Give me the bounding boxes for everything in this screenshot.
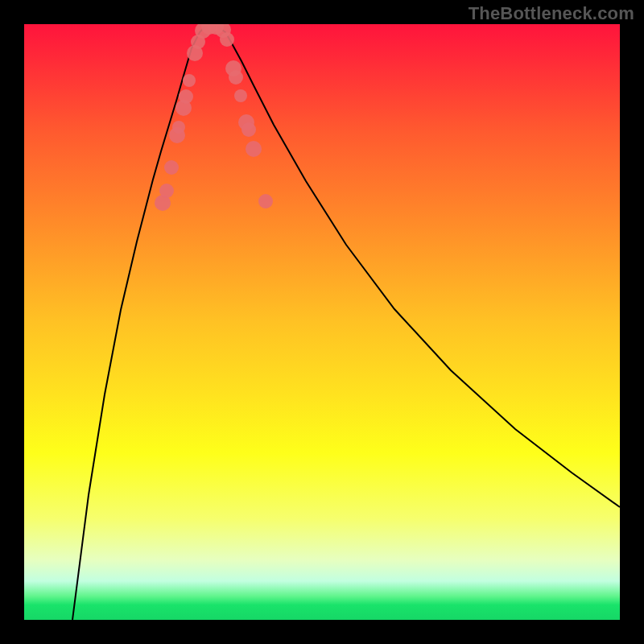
chart-svg <box>24 24 620 620</box>
chart-frame: TheBottleneck.com <box>0 0 644 644</box>
data-dot <box>183 74 196 87</box>
data-dot <box>164 160 179 175</box>
data-dot <box>220 32 234 47</box>
data-dot <box>246 141 262 157</box>
watermark-text: TheBottleneck.com <box>469 5 634 23</box>
data-dot <box>159 184 174 198</box>
data-dot <box>229 70 243 85</box>
data-dot <box>234 89 247 102</box>
data-dot <box>258 194 273 208</box>
data-dot <box>172 121 185 134</box>
data-dot <box>179 89 193 104</box>
right-curve <box>217 27 620 507</box>
data-dots <box>155 24 273 211</box>
data-dot <box>242 122 256 137</box>
